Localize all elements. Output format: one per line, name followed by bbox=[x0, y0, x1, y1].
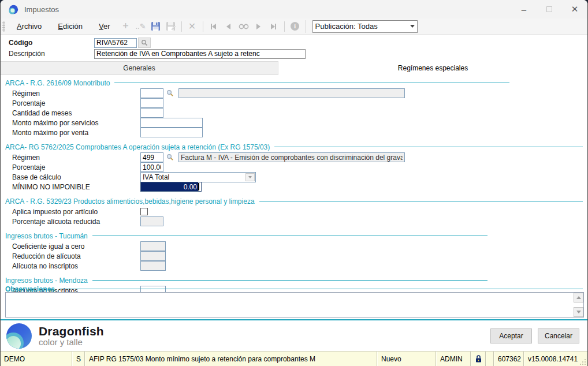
field-label: Monto máximo por servicios bbox=[12, 119, 140, 127]
magnifier-icon[interactable] bbox=[165, 89, 175, 98]
monotributo-meses-input[interactable] bbox=[140, 108, 163, 118]
rg5762-porcentaje-input[interactable] bbox=[140, 162, 163, 172]
monotributo-regimen-desc bbox=[178, 88, 405, 98]
status-bar: DEMO S AFIP RG 1575/03 Monto mínimo suje… bbox=[1, 351, 587, 366]
chevron-down-icon bbox=[410, 25, 415, 28]
field-label: Régimen bbox=[12, 154, 140, 162]
field-label: MÍNIMO NO IMPONIBLE bbox=[12, 183, 140, 191]
status-flag: S bbox=[72, 352, 85, 366]
rg5762-regimen-input[interactable] bbox=[140, 152, 163, 162]
tucuman-no-inscriptos-input bbox=[140, 261, 166, 271]
resize-grip[interactable] bbox=[579, 352, 587, 366]
status-spacer bbox=[486, 352, 494, 366]
menu-archivo[interactable]: Archivo bbox=[9, 18, 50, 35]
section-monotributo-header: ARCA - R.G. 2616/09 Monotributo bbox=[5, 79, 583, 87]
search-icon[interactable] bbox=[237, 20, 251, 33]
header-fields: Código Descripción bbox=[1, 35, 587, 61]
status-record-number: 607362 bbox=[494, 352, 524, 366]
codigo-label: Código bbox=[9, 39, 94, 47]
descripcion-label: Descripción bbox=[9, 50, 94, 58]
cancelar-button[interactable]: Cancelar bbox=[538, 328, 579, 343]
field-label: Coeficiente igual a cero bbox=[12, 242, 140, 251]
status-version: v15.0008.14741 bbox=[524, 352, 579, 366]
tucuman-reduccion-input bbox=[140, 251, 166, 261]
tab-generales[interactable]: Generales bbox=[1, 61, 278, 75]
tucuman-coeficiente-input bbox=[140, 241, 166, 251]
footer: Dragonfish color y talle Aceptar Cancela… bbox=[1, 319, 587, 351]
scroll-up-icon[interactable] bbox=[574, 293, 583, 302]
brand-tagline: color y talle bbox=[39, 337, 104, 347]
field-label: Base de cálculo bbox=[12, 173, 140, 181]
first-record-icon[interactable] bbox=[207, 20, 221, 33]
prev-record-icon[interactable] bbox=[222, 20, 236, 33]
save-icon[interactable] bbox=[149, 20, 163, 33]
lock-icon bbox=[471, 352, 486, 366]
impuestos-window: Impuestos – ✕ Archivo Edición Ver + ..✎ bbox=[0, 0, 588, 366]
field-label: Porcentaje alícuota reducida bbox=[12, 218, 140, 226]
field-label: Porcentaje bbox=[12, 99, 140, 107]
add-icon[interactable]: + bbox=[119, 20, 133, 33]
codigo-input[interactable] bbox=[94, 38, 137, 48]
section-rg5329-header: ARCA - R.G. 5329/23 Productos alimentici… bbox=[5, 197, 583, 206]
alicuota-reducida-input bbox=[140, 216, 163, 226]
monotributo-regimen-input[interactable] bbox=[140, 88, 163, 98]
window-title: Impuestos bbox=[24, 5, 59, 14]
observaciones-textarea[interactable] bbox=[5, 292, 584, 318]
edit-icon[interactable]: ..✎ bbox=[134, 20, 148, 33]
section-rg5762-header: ARCA- RG 5762/2025 Comprobantes A operac… bbox=[5, 143, 583, 151]
field-label: Reducción de alícuota bbox=[12, 252, 140, 260]
rg5762-regimen-desc bbox=[178, 152, 405, 162]
last-record-icon[interactable] bbox=[267, 20, 281, 33]
scrollbar[interactable] bbox=[574, 293, 583, 317]
status-company: DEMO bbox=[1, 352, 72, 366]
section-tucuman-header: Ingresos brutos - Tucumán bbox=[5, 231, 583, 240]
status-record-state: Nuevo bbox=[377, 352, 436, 366]
chevron-down-icon[interactable] bbox=[245, 173, 255, 181]
scroll-down-icon[interactable] bbox=[574, 307, 583, 317]
magnifier-icon[interactable] bbox=[165, 153, 175, 162]
next-record-icon[interactable] bbox=[252, 20, 266, 33]
monotributo-porcentaje-input[interactable] bbox=[140, 98, 163, 108]
app-logo-icon bbox=[9, 5, 18, 14]
monotributo-monto-venta-input[interactable] bbox=[140, 128, 203, 137]
field-label: Monto máximo por venta bbox=[12, 129, 140, 137]
dragonfish-logo bbox=[6, 323, 32, 349]
toolbar: Archivo Edición Ver + ..✎ ✕ bbox=[1, 18, 587, 35]
minimize-button[interactable]: – bbox=[511, 0, 537, 18]
menu-edicion[interactable]: Edición bbox=[50, 18, 91, 35]
save-as-icon[interactable] bbox=[164, 20, 178, 33]
aceptar-button[interactable]: Aceptar bbox=[490, 328, 532, 343]
magnifier-icon bbox=[141, 39, 148, 46]
maximize-button[interactable] bbox=[537, 0, 562, 18]
field-label: Régimen bbox=[12, 89, 140, 98]
section-mendoza-header: Ingresos brutos - Mendoza bbox=[5, 276, 583, 285]
field-label: Porcentaje bbox=[12, 163, 140, 171]
minimo-no-imponible-input[interactable]: 0.00 bbox=[140, 182, 202, 192]
toolbar-grip[interactable] bbox=[2, 21, 5, 32]
tab-bar: Generales Regímenes especiales bbox=[1, 61, 587, 75]
status-user: ADMIN bbox=[436, 352, 471, 366]
codigo-lookup-button[interactable] bbox=[138, 38, 151, 48]
status-message: AFIP RG 1575/03 Monto mínimo sujeto a re… bbox=[85, 352, 377, 366]
publication-select[interactable]: Publicación: Todas bbox=[312, 20, 418, 33]
field-label: Aplica impuesto por artículo bbox=[12, 208, 140, 216]
aplica-impuesto-checkbox[interactable] bbox=[140, 208, 148, 215]
menu-ver[interactable]: Ver bbox=[91, 18, 118, 35]
close-button[interactable]: ✕ bbox=[562, 0, 587, 18]
text-cursor bbox=[198, 183, 199, 191]
tab-content: ARCA - R.G. 2616/09 Monotributo Régimen … bbox=[1, 75, 587, 319]
tab-regimenes-especiales[interactable]: Regímenes especiales bbox=[278, 61, 587, 75]
monotributo-monto-servicios-input[interactable] bbox=[140, 118, 203, 128]
info-icon[interactable]: i bbox=[288, 20, 302, 33]
brand-name: Dragonfish bbox=[39, 324, 104, 338]
field-label: Cantidad de meses bbox=[12, 109, 140, 117]
title-bar: Impuestos – ✕ bbox=[1, 0, 587, 18]
delete-icon[interactable]: ✕ bbox=[185, 20, 199, 33]
base-calculo-select[interactable]: IVA Total bbox=[140, 172, 256, 182]
field-label: Alícuota no inscriptos bbox=[12, 262, 140, 270]
descripcion-input[interactable] bbox=[94, 49, 306, 59]
